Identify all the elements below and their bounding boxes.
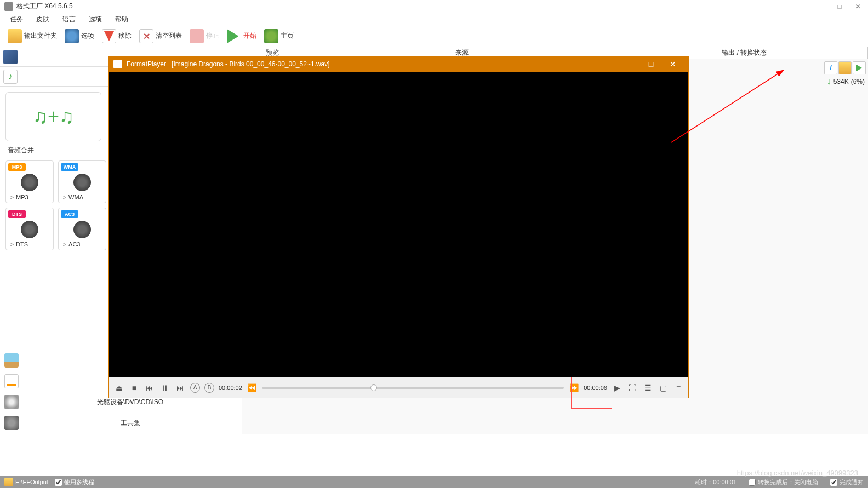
merge-icon: ♫+♫ — [33, 105, 74, 128]
home-label: 主页 — [281, 31, 294, 41]
remove-label: 移除 — [118, 31, 132, 41]
output-folder-button[interactable]: 输出文件夹 — [5, 28, 59, 44]
stop-icon — [190, 29, 204, 43]
player-maximize-button[interactable]: □ — [640, 56, 662, 72]
folder-icon — [8, 29, 22, 43]
start-button[interactable]: 开始 — [225, 28, 259, 44]
audio-merge-tile[interactable]: ♫+♫ — [5, 92, 101, 141]
menubar: 任务 皮肤 语言 选项 帮助 — [0, 13, 868, 25]
dts-thumb — [8, 218, 51, 241]
start-label: 开始 — [243, 31, 256, 41]
forward-button[interactable]: ⏩ — [568, 382, 579, 393]
arrow-icon: -> — [8, 194, 14, 200]
video-icon — [3, 50, 18, 64]
dts-badge: DTS — [8, 210, 26, 218]
window-controls: — □ ✕ — [815, 1, 864, 12]
row-size: 534K — [833, 78, 849, 85]
eject-button[interactable]: ⏏ — [113, 382, 124, 393]
output-path: E:\FFOutput — [15, 479, 48, 485]
menu-options[interactable]: 选项 — [84, 14, 106, 25]
menu-task[interactable]: 任务 — [5, 14, 27, 25]
options-label: 选项 — [81, 31, 94, 41]
ac3-badge: AC3 — [61, 210, 78, 218]
current-time: 00:00:02 — [219, 384, 242, 391]
player-close-button[interactable]: ✕ — [662, 56, 684, 72]
row-play-button[interactable] — [853, 61, 866, 74]
player-titlebar[interactable]: FormatPlayer [Imagine Dragons - Birds 00… — [109, 56, 688, 72]
multithread-input[interactable] — [55, 479, 62, 486]
elapsed-time: 耗时：00:00:01 — [695, 478, 736, 486]
download-icon: ↓ — [827, 77, 831, 87]
maximize-button[interactable]: □ — [834, 1, 845, 12]
options-button[interactable]: 选项 — [62, 28, 96, 44]
seek-slider[interactable] — [262, 387, 564, 389]
row-info-button[interactable]: i — [824, 61, 837, 74]
settings-button[interactable]: ☰ — [642, 382, 653, 393]
multithread-checkbox[interactable]: 使用多线程 — [55, 478, 94, 486]
rewind-button[interactable]: ⏪ — [247, 382, 258, 393]
player-app-icon — [113, 60, 122, 68]
format-mp3[interactable]: MP3 ->MP3 — [5, 160, 54, 203]
ac3-thumb — [61, 218, 104, 241]
format-wma[interactable]: WMA ->WMA — [58, 160, 106, 203]
picture-icon — [4, 353, 19, 368]
fullscreen-button[interactable]: ⛶ — [627, 382, 638, 393]
snapshot-button[interactable]: ▢ — [658, 382, 669, 393]
audio-icon — [3, 70, 18, 84]
after-action-input[interactable] — [749, 479, 756, 486]
notify-checkbox[interactable]: 完成通知 — [830, 478, 864, 486]
format-ac3[interactable]: AC3 ->AC3 — [58, 208, 106, 250]
player-window-controls: — □ ✕ — [618, 56, 684, 72]
stop-playback-button[interactable]: ■ — [129, 382, 140, 393]
clear-label: 清空列表 — [156, 31, 182, 41]
row-percent: (6%) — [851, 78, 865, 85]
pause-button[interactable]: ⏸ — [159, 382, 170, 393]
mp3-thumb — [8, 171, 51, 194]
menu-skin[interactable]: 皮肤 — [32, 14, 54, 25]
arrow-icon: -> — [8, 241, 14, 248]
wma-thumb — [61, 171, 104, 194]
optical-label: 光驱设备\DVD\CD\ISO — [97, 398, 163, 407]
mp3-label: MP3 — [16, 194, 28, 200]
loop-a-button[interactable]: A — [190, 383, 200, 393]
next-button[interactable]: ⏭ — [175, 382, 186, 393]
home-button[interactable]: 主页 — [262, 28, 296, 44]
minimize-button[interactable]: — — [815, 1, 826, 12]
player-file-name: [Imagine Dragons - Birds 00_00_46-00_00_… — [172, 60, 330, 68]
menu-lang[interactable]: 语言 — [58, 14, 80, 25]
player-app-name: FormatPlayer — [127, 60, 166, 68]
close-button[interactable]: ✕ — [853, 1, 864, 12]
seek-thumb[interactable] — [370, 384, 377, 391]
output-path-button[interactable]: E:\FFOutput — [4, 478, 48, 486]
play-button[interactable]: ▶ — [612, 382, 623, 393]
window-title: 格式工厂 X64 5.6.5 — [16, 2, 815, 11]
toolbar: 输出文件夹 选项 移除 清空列表 停止 开始 主页 — [0, 25, 868, 47]
total-time: 00:00:06 — [584, 384, 607, 391]
prev-button[interactable]: ⏮ — [144, 382, 155, 393]
watermark: https://blog.csdn.net/weixin_49099323 — [737, 469, 858, 477]
format-dts[interactable]: DTS ->DTS — [5, 208, 54, 250]
output-folder-label: 输出文件夹 — [24, 31, 57, 41]
player-video-area[interactable] — [109, 72, 688, 377]
wma-label: WMA — [68, 194, 83, 200]
stop-label: 停止 — [206, 31, 219, 41]
home-icon — [264, 29, 278, 43]
row-status: ↓ 534K (6%) — [827, 77, 865, 87]
stop-button[interactable]: 停止 — [187, 28, 221, 44]
after-action-checkbox[interactable]: 转换完成后：关闭电脑 — [749, 478, 818, 486]
playlist-button[interactable]: ≡ — [673, 382, 684, 393]
notify-label: 完成通知 — [840, 478, 864, 486]
clear-list-button[interactable]: 清空列表 — [137, 28, 184, 44]
app-icon — [4, 2, 13, 11]
loop-b-button[interactable]: B — [204, 383, 214, 393]
menu-help[interactable]: 帮助 — [111, 14, 133, 25]
remove-button[interactable]: 移除 — [100, 28, 134, 44]
player-minimize-button[interactable]: — — [618, 56, 640, 72]
arrow-icon: -> — [61, 194, 66, 200]
category-toolset[interactable]: 工具集 — [3, 414, 238, 432]
document-icon — [4, 374, 19, 388]
notify-input[interactable] — [830, 479, 837, 486]
row-folder-button[interactable] — [838, 61, 852, 74]
dts-label: DTS — [16, 241, 28, 248]
ac3-label: AC3 — [68, 241, 80, 248]
